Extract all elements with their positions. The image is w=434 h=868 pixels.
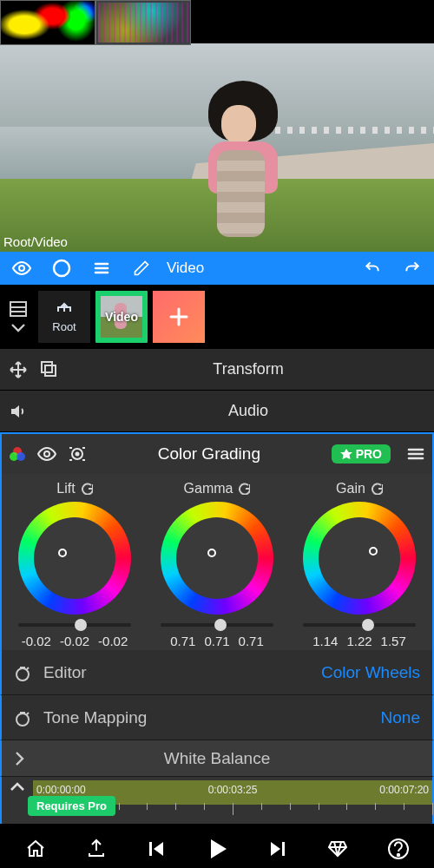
chevron-right-icon <box>14 751 43 766</box>
svg-rect-11 <box>42 362 52 372</box>
diamond-button[interactable] <box>317 828 358 868</box>
transport-bar <box>0 824 434 868</box>
svg-rect-24 <box>282 842 285 856</box>
editor-row[interactable]: Editor Color Wheels <box>0 650 434 695</box>
wheel-values: -0.02-0.02-0.02 <box>22 634 128 648</box>
root-label: Root <box>52 320 76 333</box>
audio-label: Audio <box>71 402 425 420</box>
play-button[interactable] <box>196 828 238 868</box>
wheel-slider[interactable] <box>303 623 416 627</box>
color-wheel-gamma[interactable]: Gamma 0.710.710.71 <box>148 481 286 648</box>
reset-icon[interactable] <box>238 483 250 495</box>
eye-icon[interactable] <box>36 445 57 463</box>
wheel-values: 0.710.710.71 <box>170 634 264 648</box>
transform-row[interactable]: Transform <box>0 349 434 391</box>
panel-title: Color Grading <box>95 444 323 464</box>
record-icon[interactable] <box>43 252 80 285</box>
video-preview[interactable]: Root/Video <box>0 0 434 252</box>
move-icon <box>9 360 28 379</box>
clip-thumb-label: Video <box>95 310 148 324</box>
step-back-button[interactable] <box>135 828 177 868</box>
speaker-icon <box>9 402 28 421</box>
wheel-slider[interactable] <box>161 623 273 627</box>
svg-point-1 <box>54 260 69 276</box>
svg-point-17 <box>76 453 79 456</box>
reset-icon[interactable] <box>371 483 383 495</box>
rgb-wheel-icon[interactable] <box>9 445 26 463</box>
copy-icon <box>40 360 57 379</box>
breadcrumb: Root/Video <box>3 234 68 249</box>
white-balance-row[interactable]: White Balance <box>0 740 434 777</box>
wheel-label: Gamma <box>184 481 251 496</box>
svg-rect-23 <box>149 842 152 856</box>
svg-rect-10 <box>45 365 56 376</box>
redo-button[interactable] <box>394 252 431 285</box>
visibility-toggle[interactable] <box>3 252 40 285</box>
color-grading-panel: Color Grading PRO Lift -0.02-0.02-0.02Ga… <box>0 432 434 650</box>
panel-layout-icon[interactable] <box>9 300 28 318</box>
undo-button[interactable] <box>354 252 391 285</box>
tone-label: Tone Mapping <box>43 708 381 727</box>
tone-value: None <box>381 708 420 727</box>
export-button[interactable] <box>76 828 117 868</box>
svg-point-21 <box>16 668 29 681</box>
editor-value: Color Wheels <box>321 663 420 682</box>
help-button[interactable] <box>378 828 419 868</box>
reset-icon[interactable] <box>81 483 93 495</box>
color-wheel-lift[interactable]: Lift -0.02-0.02-0.02 <box>6 481 143 648</box>
wheel-dial[interactable] <box>303 502 416 615</box>
topbar: Video <box>0 252 434 285</box>
histogram-scope[interactable] <box>0 0 95 45</box>
audio-row[interactable]: Audio <box>0 391 434 432</box>
svg-rect-5 <box>10 302 26 316</box>
wheel-dial[interactable] <box>18 502 131 615</box>
color-wheel-gain[interactable]: Gain 1.141.221.57 <box>291 481 428 648</box>
clip-thumbnail[interactable]: Video <box>95 291 148 343</box>
transform-label: Transform <box>71 360 425 378</box>
svg-point-22 <box>16 713 29 726</box>
video-frame <box>0 43 434 252</box>
timeline[interactable]: 0:00:00:00 0:00:03:25 0:00:07:20 Require… <box>0 777 434 824</box>
chevron-up-icon[interactable] <box>9 780 26 792</box>
editor-label: Editor <box>43 663 321 682</box>
chevron-down-icon[interactable] <box>10 323 26 333</box>
timeline-time: 0:00:07:20 <box>379 784 429 796</box>
topbar-title: Video <box>167 260 351 277</box>
wheel-slider[interactable] <box>18 623 131 627</box>
svg-point-15 <box>44 451 49 457</box>
wheel-dial[interactable] <box>161 502 273 615</box>
pro-badge[interactable]: PRO <box>332 444 391 464</box>
waveform-scope[interactable] <box>95 0 191 45</box>
add-clip-button[interactable] <box>153 291 205 343</box>
svg-point-14 <box>16 452 25 461</box>
tone-mapping-row[interactable]: Tone Mapping None <box>0 695 434 740</box>
stopwatch-icon <box>14 709 43 727</box>
timeline-time: 0:00:03:25 <box>208 784 258 796</box>
target-icon[interactable] <box>68 444 87 464</box>
svg-point-0 <box>19 266 24 271</box>
menu-icon[interactable] <box>83 252 120 285</box>
svg-point-26 <box>398 854 399 856</box>
clip-strip: Root Video <box>0 285 434 349</box>
edit-icon[interactable] <box>123 252 160 285</box>
wheel-label: Lift <box>56 481 92 496</box>
root-clip-button[interactable]: Root <box>38 291 90 343</box>
wheel-label: Gain <box>336 481 383 496</box>
requires-pro-tooltip: Requires Pro <box>28 796 115 816</box>
panel-menu-icon[interactable] <box>406 444 425 464</box>
wheel-values: 1.141.221.57 <box>312 634 406 648</box>
step-forward-button[interactable] <box>257 828 299 868</box>
home-button[interactable] <box>15 828 56 868</box>
wb-label: White Balance <box>43 749 391 768</box>
stopwatch-icon <box>14 664 43 681</box>
pro-label: PRO <box>356 447 382 461</box>
